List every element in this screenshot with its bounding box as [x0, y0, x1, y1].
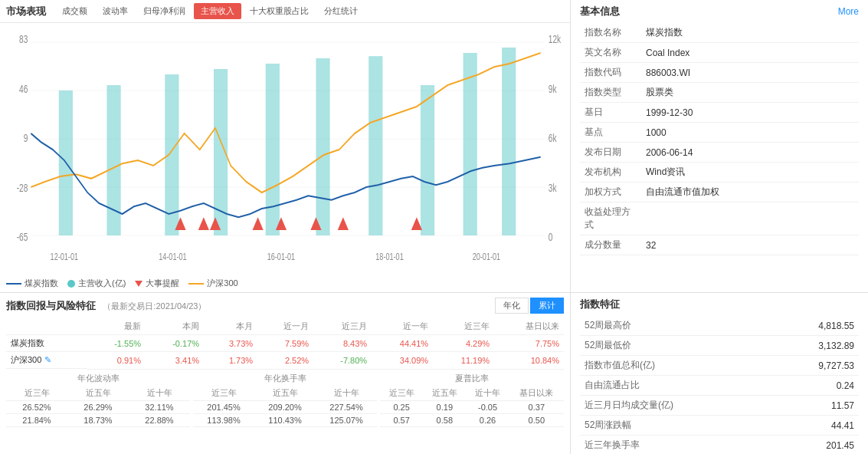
feat-label-change: 52周涨跌幅 [580, 416, 771, 436]
turn-hs-10y: 125.07% [316, 413, 377, 426]
svg-rect-30 [502, 48, 516, 235]
turn-row-coal: 201.45% 209.20% 227.54% [193, 400, 377, 413]
info-label-name: 指数名称 [580, 23, 641, 43]
info-panel-title: 基本信息 [580, 5, 620, 18]
col-header-3m: 近三月 [313, 318, 372, 335]
sharpe-hs-5y: 0.58 [423, 413, 466, 426]
svg-text:12-01-01: 12-01-01 [51, 252, 78, 262]
toggle-annual[interactable]: 年化 [495, 298, 529, 314]
sharpe-section: 夏普比率 近三年 近五年 近十年 基日以来 0.2 [380, 373, 564, 427]
sharpe-col-base: 基日以来 [509, 386, 564, 401]
legend-hs300-label: 沪深300 [207, 278, 237, 289]
coal-3m: 8.43% [313, 335, 372, 352]
info-panel: 基本信息 More 指数名称 煤炭指数 英文名称 Coal Index 指数代码… [571, 0, 868, 292]
chart-panel: 市场表现 成交额 波动率 归母净利润 主营收入 十大权重股占比 分红统计 83 [0, 0, 571, 292]
returns-subtitle: （最新交易日:2021/04/23） [103, 301, 206, 311]
feat-row-change: 52周涨跌幅 44.41 [580, 416, 859, 436]
hs300-3y: 11.19% [433, 352, 494, 370]
returns-row-coal: 煤炭指数 -1.55% -0.17% 3.73% 7.59% 8.43% 44.… [6, 335, 564, 352]
feat-label-vol: 近三月日均成交量(亿) [580, 396, 771, 416]
feat-row-turnover: 近三年换手率 201.45 [580, 436, 859, 455]
sharpe-coal-10y: -0.05 [466, 400, 509, 413]
chart-legend: 煤炭指数 主营收入(亿) 大事提醒 沪深300 [0, 276, 570, 292]
legend-coal-label: 煤炭指数 [25, 278, 58, 289]
info-value-name: 煤炭指数 [641, 23, 859, 43]
col-header-label [6, 318, 87, 335]
volatility-title: 年化波动率 [6, 373, 190, 384]
feat-value-high: 4,818.55 [771, 316, 859, 336]
coal-row-label: 煤炭指数 [6, 335, 87, 352]
turnover-table: 近三年 近五年 近十年 201.45% 209.20% 227.54% [193, 386, 377, 427]
info-value-weight: 自由流通市值加权 [641, 183, 859, 202]
sharpe-coal-base: 0.37 [509, 400, 564, 413]
legend-coal-line [6, 283, 21, 285]
info-value-type: 股票类 [641, 83, 859, 103]
hs300-week: 3.41% [146, 352, 204, 370]
tab-十大权重股占比[interactable]: 十大权重股占比 [243, 3, 316, 19]
turnover-title: 年化换手率 [193, 373, 377, 384]
legend-revenue: 主营收入(亿) [67, 278, 126, 289]
returns-table-header-row: 最新 本周 本月 近一月 近三月 近一年 近三年 基日以来 [6, 318, 564, 335]
sharpe-hs-3y: 0.57 [380, 413, 423, 426]
vol-header-row: 近三年 近五年 近十年 [6, 386, 190, 401]
feat-label-high: 52周最高价 [580, 316, 771, 336]
toggle-cumulative[interactable]: 累计 [530, 298, 564, 314]
info-label-return: 收益处理方式 [580, 202, 641, 235]
tab-归母净利润[interactable]: 归母净利润 [136, 3, 192, 19]
vol-col-10y: 近十年 [129, 386, 190, 401]
sharpe-col-10y: 近十年 [466, 386, 509, 401]
more-link[interactable]: More [838, 6, 859, 17]
info-value-pubdate: 2006-06-14 [641, 143, 859, 163]
turn-header-row: 近三年 近五年 近十年 [193, 386, 377, 401]
feat-value-turnover: 201.45 [771, 436, 859, 455]
returns-title-area: 指数回报与风险特征 （最新交易日:2021/04/23） [6, 299, 206, 313]
info-row-type: 指数类型 股票类 [580, 83, 859, 103]
col-header-latest: 最新 [87, 318, 146, 335]
info-value-count: 32 [641, 235, 859, 255]
info-row-publisher: 发布机构 Wind资讯 [580, 163, 859, 183]
svg-text:20-01-01: 20-01-01 [473, 252, 500, 262]
features-panel: 指数特征 52周最高价 4,818.55 52周最低价 3,132.89 指数市… [571, 293, 868, 454]
edit-icon[interactable]: ✎ [44, 355, 51, 365]
info-value-en: Coal Index [641, 43, 859, 63]
chart-header: 市场表现 成交额 波动率 归母净利润 主营收入 十大权重股占比 分红统计 [0, 0, 570, 23]
main-container: 市场表现 成交额 波动率 归母净利润 主营收入 十大权重股占比 分红统计 83 [0, 0, 868, 454]
turn-coal-10y: 227.54% [316, 400, 377, 413]
bottom-row: 指数回报与风险特征 （最新交易日:2021/04/23） 年化 累计 最新 本周… [0, 293, 868, 454]
col-header-3y: 近三年 [433, 318, 494, 335]
legend-revenue-label: 主营收入(亿) [78, 278, 126, 289]
coal-base: 7.75% [494, 335, 564, 352]
feat-value-float: 0.24 [771, 376, 859, 396]
tab-波动率[interactable]: 波动率 [96, 3, 135, 19]
tab-成交额[interactable]: 成交额 [55, 3, 94, 19]
legend-revenue-dot [67, 280, 75, 288]
legend-hs300-line [188, 283, 204, 285]
info-label-weight: 加权方式 [580, 183, 641, 202]
vol-hs-3y: 21.84% [6, 413, 67, 426]
info-table: 指数名称 煤炭指数 英文名称 Coal Index 指数代码 886003.WI… [580, 23, 859, 255]
feat-label-mktcap: 指数市值总和(亿) [580, 356, 771, 376]
hs300-latest: 0.91% [87, 352, 146, 370]
features-table: 52周最高价 4,818.55 52周最低价 3,132.89 指数市值总和(亿… [580, 316, 859, 454]
tab-分红统计[interactable]: 分红统计 [317, 3, 365, 19]
sharpe-header-row: 近三年 近五年 近十年 基日以来 [380, 386, 564, 401]
svg-text:3k: 3k [549, 182, 557, 194]
feat-label-low: 52周最低价 [580, 336, 771, 356]
sharpe-coal-3y: 0.25 [380, 400, 423, 413]
feat-row-mktcap: 指数市值总和(亿) 9,727.53 [580, 356, 859, 376]
vol-coal-10y: 32.11% [129, 400, 190, 413]
info-row-basedate: 基日 1999-12-30 [580, 103, 859, 123]
svg-text:9: 9 [24, 133, 28, 145]
tab-主营收入[interactable]: 主营收入 [194, 3, 241, 19]
legend-hs300: 沪深300 [188, 278, 237, 289]
coal-week: -0.17% [146, 335, 204, 352]
info-row-en: 英文名称 Coal Index [580, 43, 859, 63]
info-value-code: 886003.WI [641, 63, 859, 83]
info-value-basedate: 1999-12-30 [641, 103, 859, 123]
info-label-basepoint: 基点 [580, 123, 641, 143]
turn-col-3y: 近三年 [193, 386, 254, 401]
coal-month: 3.73% [204, 335, 257, 352]
svg-text:6k: 6k [549, 133, 557, 145]
info-row-count: 成分数量 32 [580, 235, 859, 255]
svg-text:18-01-01: 18-01-01 [375, 252, 403, 262]
